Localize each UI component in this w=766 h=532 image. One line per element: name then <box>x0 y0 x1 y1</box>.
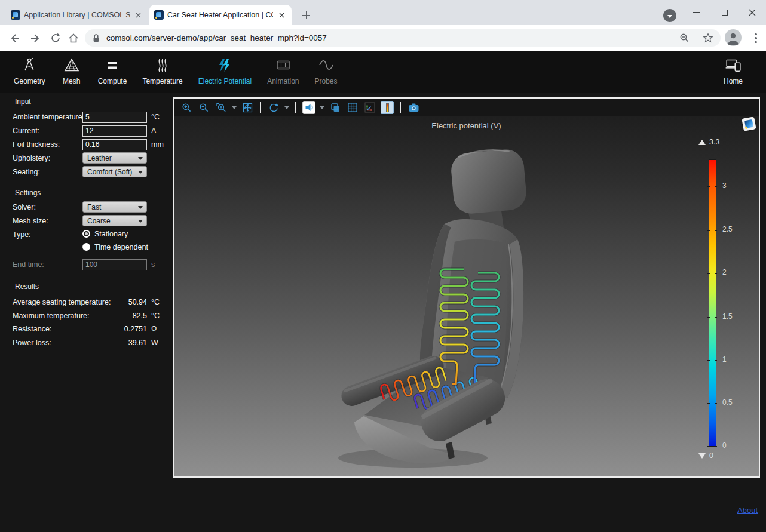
address-bar[interactable]: comsol.com/server-demo/app/car_seat_heat… <box>85 29 721 47</box>
devices-icon <box>725 56 742 75</box>
zoom-box-button[interactable] <box>215 101 228 114</box>
plot-canvas[interactable]: Electric potential (V) <box>174 116 759 476</box>
default-view-dropdown-caret[interactable] <box>320 106 324 109</box>
minimize-icon <box>693 12 700 13</box>
ribbon-button-probes: Probes <box>307 56 345 85</box>
zoom-box-icon <box>216 103 226 113</box>
forward-button[interactable] <box>27 30 43 46</box>
ribbon-button-electric-potential[interactable]: Electric Potential <box>191 56 259 85</box>
toolbar-separator <box>260 102 261 113</box>
field-ambient-temperature: Ambient temperature: °C <box>5 110 172 124</box>
comsol-app: Geometry Mesh Compute <box>0 51 766 532</box>
field-foil-thickness: Foil thickness: mm <box>5 138 172 152</box>
rotate-arrow-icon <box>268 102 279 113</box>
axes-triad-icon <box>364 102 375 113</box>
browser-tab-strip: Application Library | COMSOL Se Car Seat… <box>0 0 766 25</box>
tab-application-library[interactable]: Application Library | COMSOL Se <box>6 5 148 25</box>
bookmark-star-icon[interactable] <box>703 33 713 44</box>
min-triangle-icon <box>698 453 706 459</box>
zoom-extents-icon <box>243 103 253 113</box>
equals-icon <box>105 56 120 75</box>
lock-icon <box>92 33 100 43</box>
reload-icon <box>50 32 62 44</box>
unit-label: °C <box>151 312 160 320</box>
film-strip-icon <box>275 56 291 75</box>
back-arrow-icon <box>9 32 21 44</box>
back-button[interactable] <box>7 30 23 46</box>
unit-label: Ω <box>151 325 157 333</box>
seating-select[interactable]: Comfort (Soft) <box>82 166 147 177</box>
ribbon-button-mesh[interactable]: Mesh <box>53 56 90 85</box>
result-value: 50.94 <box>89 298 147 306</box>
colorbar-max-marker: 3.3 <box>698 138 719 146</box>
color-legend-button[interactable] <box>381 101 394 114</box>
mesh-size-select[interactable]: Coarse <box>82 215 147 226</box>
window-minimize-button[interactable] <box>682 0 710 25</box>
reset-view-dropdown-caret[interactable] <box>284 106 289 109</box>
browser-update-chevron-icon[interactable] <box>663 9 676 22</box>
window-maximize-button[interactable] <box>711 0 739 25</box>
window-close-button[interactable] <box>739 0 766 25</box>
result-value: 0.2751 <box>89 325 147 333</box>
transparency-button[interactable] <box>329 101 342 114</box>
section-header-input: Input <box>5 97 172 106</box>
unit-label: mm <box>151 140 164 149</box>
unit-label: A <box>151 127 156 135</box>
graphics-panel: Electric potential (V) <box>173 97 760 478</box>
tab-close-icon[interactable] <box>133 10 143 20</box>
home-icon <box>68 32 79 44</box>
upholstery-select[interactable]: Leather <box>82 152 147 164</box>
zoom-out-page-icon[interactable] <box>679 33 690 43</box>
tab-car-seat-heater[interactable]: Car Seat Heater Application | CO <box>149 5 292 25</box>
about-link[interactable]: About <box>737 506 758 515</box>
reload-button[interactable] <box>48 30 63 46</box>
result-power-loss: Power loss: 39.61 W <box>5 336 172 350</box>
reset-view-button[interactable] <box>267 101 280 114</box>
tab-close-icon[interactable] <box>277 10 287 20</box>
camera-icon <box>408 103 419 113</box>
field-current: Current: A <box>5 124 172 138</box>
unit-label: W <box>151 339 158 347</box>
axes-orientation-button[interactable] <box>363 101 376 114</box>
mesh-triangle-icon <box>64 56 79 75</box>
url-text: comsol.com/server-demo/app/car_seat_heat… <box>106 33 679 42</box>
plus-icon <box>302 11 310 19</box>
field-mesh-size: Mesh size: Coarse <box>5 214 172 228</box>
speaker-view-icon <box>304 102 314 113</box>
heat-waves-icon <box>155 56 170 75</box>
ribbon-button-home[interactable]: Home <box>715 56 752 85</box>
snapshot-button[interactable] <box>407 101 420 114</box>
ribbon-button-temperature[interactable]: Temperature <box>134 56 190 85</box>
field-seating: Seating: Comfort (Soft) <box>5 165 172 179</box>
zoom-out-icon <box>199 103 209 113</box>
tab-title: Car Seat Heater Application | CO <box>167 11 273 19</box>
zoom-box-dropdown-caret[interactable] <box>232 106 237 109</box>
tab-title: Application Library | COMSOL Se <box>24 11 130 19</box>
zoom-in-button[interactable] <box>180 101 193 114</box>
ribbon-button-compute[interactable]: Compute <box>90 56 135 85</box>
current-input[interactable] <box>82 125 147 137</box>
zoom-extents-button[interactable] <box>241 101 254 114</box>
field-type-option2: Time dependent <box>5 241 172 254</box>
browser-menu-button[interactable] <box>748 30 764 46</box>
result-average-seating-temperature: Average seating temperature: 50.94 °C <box>5 296 172 309</box>
unit-label: °C <box>151 113 160 121</box>
zoom-out-button[interactable] <box>197 101 210 114</box>
browser-profile-avatar[interactable] <box>725 29 742 46</box>
browser-toolbar: comsol.com/server-demo/app/car_seat_heat… <box>0 25 766 51</box>
foil-thickness-input[interactable] <box>82 139 147 150</box>
solver-select[interactable]: Fast <box>82 201 147 213</box>
radio-time-dependent[interactable] <box>82 243 90 251</box>
max-triangle-icon <box>698 140 706 145</box>
default-view-button[interactable] <box>302 101 315 114</box>
grid-button[interactable] <box>346 101 359 114</box>
ribbon-button-geometry[interactable]: Geometry <box>6 56 53 85</box>
comsol-favicon <box>154 10 164 20</box>
toolbar-separator <box>295 102 296 113</box>
result-maximum-temperature: Maximum temperature: 82.5 °C <box>5 309 172 323</box>
chevron-down-icon <box>667 15 672 18</box>
ambient-temperature-input[interactable] <box>82 112 147 123</box>
new-tab-button[interactable] <box>299 8 313 22</box>
radio-stationary[interactable] <box>82 230 90 238</box>
home-button[interactable] <box>66 30 81 46</box>
